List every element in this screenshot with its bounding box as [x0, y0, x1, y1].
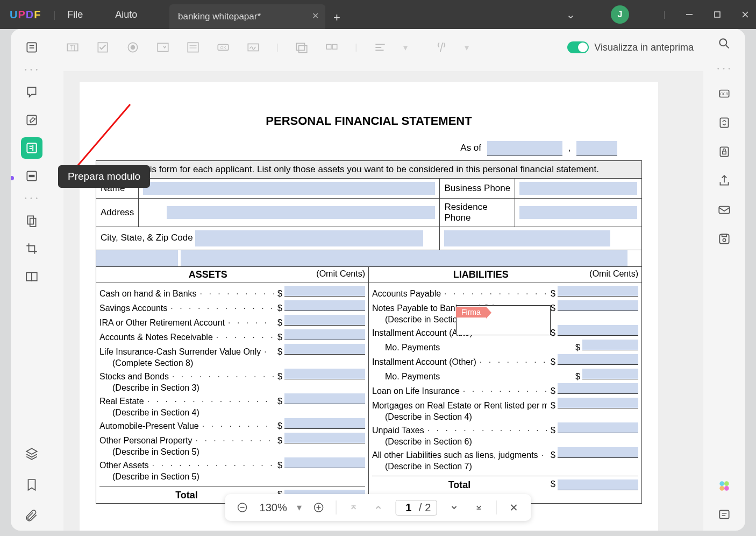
divider: |: [664, 10, 666, 19]
name-field[interactable]: [143, 182, 435, 195]
mo-payments-field[interactable]: [582, 369, 638, 379]
asset-amount-field[interactable]: [284, 418, 365, 429]
close-tab-icon[interactable]: ✕: [312, 11, 319, 21]
organize-tool[interactable]: [21, 210, 42, 231]
rphone-field[interactable]: [519, 206, 637, 219]
bphone-field[interactable]: [519, 182, 637, 195]
dropdown-tool[interactable]: [156, 40, 170, 54]
document-viewport[interactable]: PERSONAL FINANCIAL STATEMENT As of , Com…: [63, 71, 703, 531]
right-sidebar-bottom: [703, 479, 745, 522]
last-page-button[interactable]: [471, 500, 486, 515]
asset-amount-field[interactable]: [284, 433, 365, 443]
comment-tool[interactable]: [21, 81, 42, 103]
asset-amount-field[interactable]: [284, 329, 365, 340]
liability-amount-field[interactable]: [558, 383, 638, 394]
liability-amount-field[interactable]: [558, 300, 638, 311]
asset-amount-field[interactable]: [284, 369, 365, 379]
close-window-icon[interactable]: [741, 10, 750, 19]
asset-label: Real Estate: [99, 396, 274, 407]
signature-tool[interactable]: [246, 40, 260, 54]
redact-tool[interactable]: [21, 165, 42, 187]
ocr-icon[interactable]: OCR: [717, 87, 731, 101]
user-avatar[interactable]: J: [611, 5, 629, 24]
compare-tool[interactable]: [21, 266, 42, 287]
radio-tool[interactable]: [126, 40, 140, 54]
listbox-tool[interactable]: [186, 40, 200, 54]
convert-icon[interactable]: [717, 116, 731, 130]
align-tool[interactable]: [373, 40, 387, 54]
liability-amount-field[interactable]: [558, 325, 638, 336]
crop-tool[interactable]: [21, 238, 42, 259]
search-icon[interactable]: [717, 37, 731, 51]
liability-amount-field[interactable]: [558, 286, 638, 297]
prev-page-button[interactable]: [371, 500, 386, 515]
asset-amount-field[interactable]: [284, 286, 365, 297]
liability-amount-field[interactable]: [558, 422, 638, 433]
asset-amount-field[interactable]: [284, 393, 365, 404]
minimize-icon[interactable]: [685, 10, 694, 19]
zoom-dropdown-icon[interactable]: ▾: [297, 502, 302, 513]
extra-field[interactable]: [444, 230, 610, 246]
asset-label: Savings Accounts: [99, 302, 274, 314]
checkbox-tool[interactable]: [96, 40, 110, 54]
blank-field-1[interactable]: [96, 250, 178, 266]
omit-cents: (Omit Cents): [316, 269, 365, 280]
date-field-tool[interactable]: [325, 40, 339, 54]
city-field[interactable]: [195, 230, 423, 246]
tab-dropdown-icon[interactable]: ⌄: [566, 8, 575, 21]
asset-amount-field[interactable]: [284, 300, 365, 311]
menu-file[interactable]: File: [67, 9, 83, 20]
edit-tool[interactable]: [21, 109, 42, 131]
mo-payments-field[interactable]: [582, 340, 638, 350]
button-tool[interactable]: OK: [216, 40, 230, 54]
maximize-icon[interactable]: [713, 10, 722, 19]
preview-toggle[interactable]: Visualizza in anteprima: [567, 41, 694, 53]
layers-icon[interactable]: [25, 447, 39, 461]
divider: • • •: [25, 67, 39, 73]
attachment-icon[interactable]: [25, 509, 39, 523]
divider: [336, 500, 337, 514]
image-field-tool[interactable]: [295, 40, 309, 54]
current-page-input[interactable]: [402, 502, 416, 514]
email-icon[interactable]: [717, 203, 731, 217]
liability-amount-field[interactable]: [558, 447, 638, 458]
liabilities-total-field[interactable]: [558, 479, 638, 490]
asset-amount-field[interactable]: [284, 457, 365, 468]
add-tab-button[interactable]: +: [333, 11, 340, 25]
next-page-button[interactable]: [446, 500, 461, 515]
notes-icon[interactable]: [717, 508, 731, 522]
asof-date-field[interactable]: [487, 141, 562, 156]
asset-label: Stocks and Bonds: [99, 371, 274, 383]
chevron-down-icon[interactable]: ▾: [465, 43, 469, 53]
titlebar: UPDF | File Aiuto banking whitepapar* ✕ …: [0, 0, 756, 29]
asof-year-field[interactable]: [576, 141, 617, 156]
reader-tool[interactable]: [21, 37, 42, 58]
menu-help[interactable]: Aiuto: [115, 9, 137, 20]
close-navbar-button[interactable]: [506, 500, 521, 515]
toggle-switch[interactable]: [567, 41, 589, 53]
share-icon[interactable]: [717, 174, 731, 188]
liability-amount-field[interactable]: [558, 354, 638, 365]
blank-field-2[interactable]: [181, 250, 627, 266]
zoom-in-button[interactable]: [311, 500, 326, 515]
zoom-out-button[interactable]: [235, 500, 250, 515]
address-field[interactable]: [167, 206, 436, 219]
save-icon[interactable]: [717, 232, 731, 246]
text-field-tool[interactable]: T|: [66, 40, 80, 54]
bookmark-icon[interactable]: [25, 478, 39, 492]
document-tab[interactable]: banking whitepapar* ✕: [169, 4, 325, 29]
protect-icon[interactable]: [717, 145, 731, 159]
asset-amount-field[interactable]: [284, 315, 365, 326]
asset-amount-field[interactable]: [284, 344, 365, 355]
first-page-button[interactable]: [346, 500, 361, 515]
liability-label: Unpaid Taxes: [372, 425, 547, 436]
svg-rect-4: [27, 43, 36, 52]
liability-amount-field[interactable]: [558, 398, 638, 408]
right-sidebar: • • • OCR: [703, 29, 745, 531]
ai-icon[interactable]: [717, 479, 731, 493]
chevron-down-icon[interactable]: ▾: [403, 43, 408, 53]
prepare-form-tool[interactable]: [21, 137, 42, 159]
signature-tag: Firma: [456, 307, 486, 318]
tools-icon[interactable]: [434, 40, 448, 54]
svg-rect-15: [30, 218, 36, 227]
